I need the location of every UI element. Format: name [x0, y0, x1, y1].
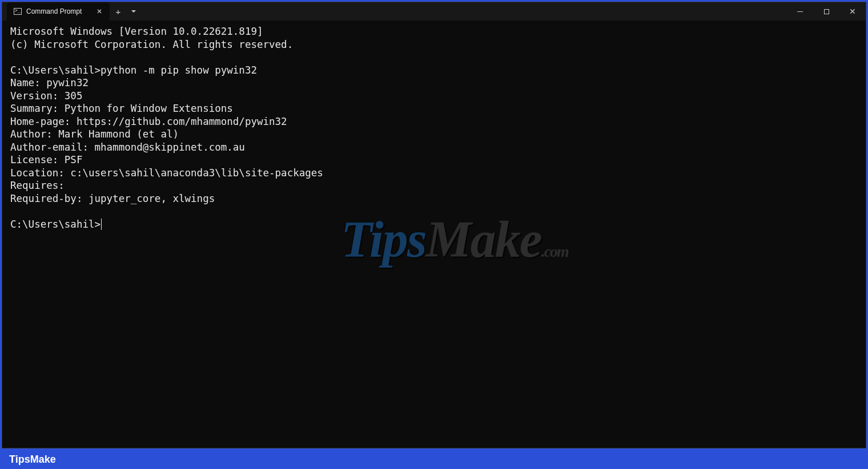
caption-text: TipsMake — [9, 454, 56, 466]
maximize-icon — [824, 9, 829, 14]
watermark-tips: Tips — [341, 211, 426, 268]
text-cursor — [101, 219, 102, 230]
chevron-down-icon — [131, 10, 136, 13]
output-line: Version: 305 — [10, 90, 82, 102]
output-line: Name: pywin32 — [10, 77, 89, 88]
minimize-icon — [797, 11, 803, 12]
prompt-line: C:\Users\sahil> — [10, 219, 101, 230]
terminal-window: Command Prompt ✕ + ✕ Microsoft Windows [… — [2, 2, 866, 448]
tab-title: Command Prompt — [26, 7, 90, 15]
close-icon: ✕ — [849, 7, 856, 15]
tab-command-prompt[interactable]: Command Prompt ✕ — [7, 2, 110, 21]
new-tab-button[interactable]: + — [110, 2, 127, 21]
titlebar: Command Prompt ✕ + ✕ — [2, 2, 866, 21]
output-line: Location: c:\users\sahil\anaconda3\lib\s… — [10, 167, 323, 179]
watermark-make: Make — [426, 211, 541, 268]
output-line: Microsoft Windows [Version 10.0.22621.81… — [10, 26, 263, 37]
close-window-button[interactable]: ✕ — [839, 2, 866, 21]
output-line: Home-page: https://github.com/mhammond/p… — [10, 116, 287, 127]
output-line: Author-email: mhammond@skippinet.com.au — [10, 141, 245, 153]
output-line: Author: Mark Hammond (et al) — [10, 128, 179, 140]
output-line: License: PSF — [10, 154, 82, 165]
window-controls: ✕ — [787, 2, 866, 21]
tab-dropdown-button[interactable] — [127, 2, 140, 21]
watermark-com: .com — [541, 242, 568, 260]
output-line: Requires: — [10, 180, 65, 191]
minimize-button[interactable] — [787, 2, 813, 21]
watermark-logo: TipsMake.com — [271, 220, 568, 271]
close-tab-button[interactable]: ✕ — [95, 7, 104, 16]
cmd-icon — [14, 8, 22, 15]
terminal-output[interactable]: Microsoft Windows [Version 10.0.22621.81… — [2, 21, 866, 448]
maximize-button[interactable] — [813, 2, 839, 21]
caption-bar: TipsMake — [0, 450, 868, 469]
output-line: Summary: Python for Window Extensions — [10, 103, 233, 114]
prompt-line: C:\Users\sahil>python -m pip show pywin3… — [10, 64, 257, 76]
output-line: Required-by: jupyter_core, xlwings — [10, 193, 215, 204]
output-line: (c) Microsoft Corporation. All rights re… — [10, 39, 293, 50]
